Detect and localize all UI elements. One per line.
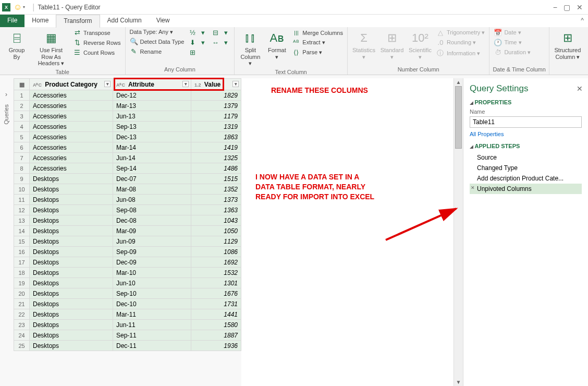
row-number[interactable]: 6 (14, 142, 30, 153)
filter-dropdown-icon[interactable]: ▾ (232, 81, 239, 87)
cell-value[interactable]: 1486 (191, 163, 241, 174)
cell-attribute[interactable]: Mar-08 (113, 184, 191, 195)
cell-value[interactable]: 1419 (191, 142, 241, 153)
minimize-button[interactable]: − (553, 3, 557, 11)
cell-attribute[interactable]: Sep-14 (113, 163, 191, 174)
cell-product-category[interactable]: Accessories (30, 90, 113, 101)
duration-button[interactable]: ⏱Duration ▾ (493, 48, 532, 57)
cell-attribute[interactable]: Sep-08 (113, 205, 191, 215)
cell-attribute[interactable]: Mar-09 (113, 226, 191, 236)
cell-value[interactable]: 1829 (191, 90, 241, 101)
row-number[interactable]: 1 (14, 90, 30, 101)
rename-button[interactable]: ✎Rename (129, 47, 186, 56)
cell-attribute[interactable]: Mar-13 (113, 101, 191, 111)
table-row[interactable]: 1AccessoriesDec-121829 (14, 90, 241, 101)
table-row[interactable]: 4AccessoriesSep-131319 (14, 122, 241, 132)
cell-value[interactable]: 1179 (191, 111, 241, 122)
row-number[interactable]: 4 (14, 122, 30, 132)
extract-button[interactable]: ᴬᴮExtract ▾ (291, 38, 344, 47)
cell-attribute[interactable]: Dec-10 (113, 299, 191, 309)
cell-product-category[interactable]: Desktops (30, 320, 113, 330)
cell-product-category[interactable]: Accessories (30, 142, 113, 153)
format-button[interactable]: Aʙ Format ▾ (265, 28, 289, 61)
cell-product-category[interactable]: Accessories (30, 163, 113, 174)
close-panel-icon[interactable]: ✕ (577, 85, 583, 93)
cell-product-category[interactable]: Desktops (30, 226, 113, 236)
row-number[interactable]: 5 (14, 132, 30, 142)
cell-value[interactable]: 1301 (191, 278, 241, 288)
structured-column-button[interactable]: ⊞ Structured Column ▾ (553, 28, 583, 61)
parse-button[interactable]: ⟨⟩Parse ▾ (291, 48, 344, 57)
count-rows-button[interactable]: ☰Count Rows (72, 48, 122, 57)
cell-attribute[interactable]: Dec-12 (113, 90, 191, 101)
row-number[interactable]: 25 (14, 341, 30, 351)
cell-attribute[interactable]: Dec-07 (113, 174, 191, 184)
data-type-dropdown[interactable]: Data Type: Any ▾ (129, 28, 186, 36)
table-row[interactable]: 13DesktopsDec-081043 (14, 215, 241, 226)
unpivot-button[interactable]: ⊟▾ (210, 28, 231, 37)
cell-value[interactable]: 1325 (191, 153, 241, 163)
row-number[interactable]: 12 (14, 205, 30, 215)
applied-steps-header[interactable]: APPLIED STEPS (470, 143, 582, 149)
maximize-button[interactable]: ▢ (564, 3, 570, 11)
table-row[interactable]: 20DesktopsSep-101676 (14, 288, 241, 299)
table-row[interactable]: 17DesktopsDec-091692 (14, 257, 241, 268)
cell-value[interactable]: 1515 (191, 174, 241, 184)
table-row[interactable]: 25DesktopsDec-111936 (14, 341, 241, 351)
cell-attribute[interactable]: Dec-08 (113, 215, 191, 226)
cell-product-category[interactable]: Accessories (30, 111, 113, 122)
row-number[interactable]: 11 (14, 195, 30, 205)
cell-attribute[interactable]: Jun-09 (113, 236, 191, 247)
cell-attribute[interactable]: Jun-10 (113, 278, 191, 288)
cell-value[interactable]: 1676 (191, 288, 241, 299)
row-number[interactable]: 15 (14, 236, 30, 247)
cell-value[interactable]: 1863 (191, 132, 241, 142)
qa-dropdown-icon[interactable]: ▾ (23, 5, 25, 9)
cell-product-category[interactable]: Desktops (30, 215, 113, 226)
table-row[interactable]: 8AccessoriesSep-141486 (14, 163, 241, 174)
standard-button[interactable]: ⊞ Standard ▾ (379, 28, 405, 61)
applied-step[interactable]: Unpivoted Columns (470, 184, 582, 194)
scroll-down-icon[interactable]: ▼ (456, 378, 461, 386)
table-row[interactable]: 5AccessoriesDec-131863 (14, 132, 241, 142)
table-row[interactable]: 19DesktopsJun-101301 (14, 278, 241, 288)
tab-home[interactable]: Home (24, 15, 56, 27)
row-number[interactable]: 24 (14, 330, 30, 341)
tab-view[interactable]: View (149, 15, 177, 27)
cell-value[interactable]: 1532 (191, 268, 241, 278)
row-number[interactable]: 8 (14, 163, 30, 174)
cell-attribute[interactable]: Mar-14 (113, 142, 191, 153)
applied-step[interactable]: Changed Type (470, 163, 582, 173)
cell-product-category[interactable]: Desktops (30, 195, 113, 205)
smiley-icon[interactable]: ☺ (14, 3, 22, 12)
cell-product-category[interactable]: Desktops (30, 299, 113, 309)
table-row[interactable]: 22DesktopsMar-111441 (14, 309, 241, 320)
cell-value[interactable]: 1379 (191, 101, 241, 111)
cell-value[interactable]: 1731 (191, 299, 241, 309)
row-number[interactable]: 16 (14, 247, 30, 257)
information-button[interactable]: ⓘInformation ▾ (435, 48, 486, 58)
cell-attribute[interactable]: Dec-11 (113, 341, 191, 351)
transpose-button[interactable]: ⇄Transpose (72, 28, 122, 37)
table-row[interactable]: 10DesktopsMar-081352 (14, 184, 241, 195)
cell-value[interactable]: 1692 (191, 257, 241, 268)
row-number[interactable]: 9 (14, 174, 30, 184)
table-row[interactable]: 15DesktopsJun-091129 (14, 236, 241, 247)
row-number[interactable]: 14 (14, 226, 30, 236)
cell-value[interactable]: 1352 (191, 184, 241, 195)
cell-product-category[interactable]: Desktops (30, 330, 113, 341)
vertical-scrollbar[interactable]: ▲ ▼ (454, 78, 463, 386)
filter-dropdown-icon[interactable]: ▾ (104, 81, 111, 87)
table-row[interactable]: 23DesktopsJun-111580 (14, 320, 241, 330)
row-number[interactable]: 17 (14, 257, 30, 268)
cell-product-category[interactable]: Desktops (30, 288, 113, 299)
table-row[interactable]: 9DesktopsDec-071515 (14, 174, 241, 184)
cell-attribute[interactable]: Sep-09 (113, 247, 191, 257)
replace-values-button[interactable]: ½▾ (187, 28, 208, 37)
cell-value[interactable]: 1363 (191, 205, 241, 215)
cell-product-category[interactable]: Desktops (30, 205, 113, 215)
row-number[interactable]: 20 (14, 288, 30, 299)
scientific-button[interactable]: 10² Scientific ▾ (407, 28, 433, 61)
date-button[interactable]: 📅Date ▾ (493, 28, 532, 37)
trig-button[interactable]: △Trigonometry ▾ (435, 28, 486, 37)
